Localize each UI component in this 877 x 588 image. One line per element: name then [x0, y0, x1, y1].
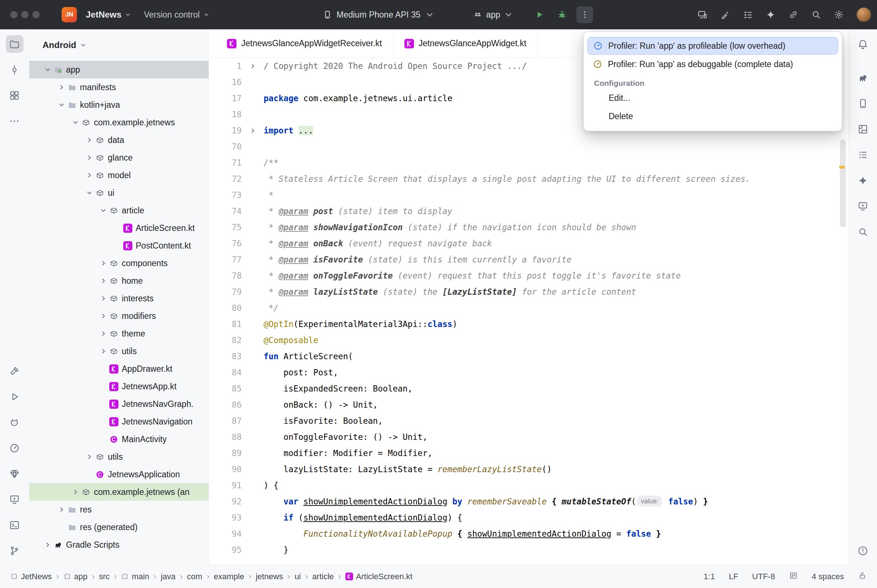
- tool-app-quality-insights-button[interactable]: [6, 465, 24, 482]
- line-number[interactable]: 72: [209, 171, 241, 187]
- tree-item-glance[interactable]: glance: [29, 149, 208, 166]
- line-number[interactable]: 88: [209, 429, 241, 445]
- code-line-77[interactable]: 77 * @param isFavorite (state) is this i…: [209, 252, 848, 268]
- fold-marker-icon[interactable]: [241, 58, 264, 74]
- code-line-82[interactable]: 82@Composable: [209, 332, 848, 348]
- tree-item-appdrawer-kt[interactable]: AppDrawer.kt: [29, 360, 208, 378]
- tree-expand-icon[interactable]: [56, 506, 67, 513]
- tree-item-gradle-scripts[interactable]: Gradle Scripts: [29, 536, 208, 554]
- breadcrumb-item-jetnews[interactable]: jetnews: [256, 572, 283, 581]
- tree-item-res[interactable]: res: [29, 501, 208, 518]
- line-number[interactable]: 79: [209, 284, 241, 300]
- search-button[interactable]: [809, 8, 823, 22]
- scrollbar-warning-mark[interactable]: [839, 166, 845, 169]
- tree-collapse-icon[interactable]: [42, 66, 54, 74]
- tool-find-button[interactable]: [854, 223, 871, 240]
- status-widget-4-spaces[interactable]: 4 spaces: [812, 572, 844, 581]
- tree-collapse-icon[interactable]: [97, 207, 109, 214]
- tree-item-jetnewsnavigation[interactable]: JetnewsNavigation: [29, 413, 208, 430]
- menu-item-edit[interactable]: Edit...: [588, 89, 838, 106]
- status-widget-lf[interactable]: LF: [729, 572, 738, 581]
- code-line-84[interactable]: 84 post: Post,: [209, 364, 848, 381]
- tree-item-com-example-jetnews-an[interactable]: com.example.jetnews (an: [29, 483, 208, 501]
- tree-expand-icon[interactable]: [84, 171, 95, 179]
- settings-button[interactable]: [832, 8, 846, 22]
- tree-item-utils[interactable]: utils: [29, 342, 208, 360]
- status-widget-1-1[interactable]: 1:1: [703, 572, 715, 581]
- tool-commit-button[interactable]: [6, 61, 24, 78]
- code-line-85[interactable]: 85 isExpandedScreen: Boolean,: [209, 381, 848, 397]
- tree-expand-icon[interactable]: [97, 312, 109, 320]
- line-number[interactable]: 92: [209, 494, 241, 510]
- editor-tab-jetnewsglanceappwidget-kt[interactable]: JetnewsGlanceAppWidget.kt: [393, 29, 538, 57]
- line-number[interactable]: 83: [209, 348, 241, 364]
- breadcrumb-item-articlescreen-kt[interactable]: ArticleScreen.kt: [345, 572, 412, 581]
- code-line-93[interactable]: 93 if (showUnimplementedActionDialog) {: [209, 510, 848, 526]
- tree-item-data[interactable]: data: [29, 131, 208, 149]
- device-selector[interactable]: Medium Phone API 35: [323, 0, 435, 29]
- code-line-86[interactable]: 86 onBack: () -> Unit,: [209, 397, 848, 413]
- fold-marker-icon[interactable]: [241, 123, 264, 139]
- tool-gemini-button[interactable]: [854, 171, 871, 189]
- line-number[interactable]: 94: [209, 526, 241, 542]
- tree-collapse-icon[interactable]: [70, 119, 81, 126]
- tree-item-res-generated[interactable]: res (generated): [29, 518, 208, 536]
- tool-project-button[interactable]: [6, 35, 24, 53]
- maximize-window-button[interactable]: [32, 11, 40, 18]
- code-line-72[interactable]: 72 * Stateless Article Screen that displ…: [209, 171, 848, 187]
- breadcrumb-item-app[interactable]: app: [63, 572, 88, 581]
- code-line-78[interactable]: 78 * @param onToggleFavorite (event) req…: [209, 268, 848, 284]
- tree-expand-icon[interactable]: [97, 260, 109, 267]
- tool-profiler-button[interactable]: [6, 439, 24, 457]
- line-number[interactable]: 1: [209, 58, 241, 74]
- tree-expand-icon[interactable]: [42, 541, 54, 548]
- close-window-button[interactable]: [10, 11, 18, 18]
- breadcrumb-item-example[interactable]: example: [214, 572, 244, 581]
- link-button[interactable]: [786, 8, 801, 22]
- line-number[interactable]: 85: [209, 381, 241, 397]
- tree-item-model[interactable]: model: [29, 166, 208, 184]
- line-number[interactable]: 84: [209, 364, 241, 381]
- editor-scrollbar[interactable]: [840, 139, 846, 227]
- menu-item-profiler-run-app-as-debuggable-complete-[interactable]: Profiler: Run 'app' as debuggable (compl…: [588, 56, 838, 73]
- code-area[interactable]: 1/ Copyright 2020 The Android Open Sourc…: [209, 58, 848, 564]
- breadcrumb-item-java[interactable]: java: [160, 572, 175, 581]
- code-line-79[interactable]: 79 * @param lazyListState (state) the [L…: [209, 284, 848, 300]
- code-line-83[interactable]: 83fun ArticleScreen(: [209, 348, 848, 364]
- tool-build-button[interactable]: [6, 362, 24, 380]
- line-number[interactable]: 81: [209, 316, 241, 332]
- breadcrumb-item-com[interactable]: com: [187, 572, 202, 581]
- line-number[interactable]: 82: [209, 332, 241, 348]
- tool-device-manager-button[interactable]: [854, 94, 871, 112]
- tree-item-theme[interactable]: theme: [29, 325, 208, 342]
- tree-item-manifests[interactable]: manifests: [29, 78, 208, 96]
- code-line-90[interactable]: 90 lazyListState: LazyListState = rememb…: [209, 461, 848, 477]
- tool-resource-manager-button[interactable]: [6, 87, 24, 104]
- tool-more-tools-button[interactable]: [6, 112, 24, 130]
- debug-button[interactable]: [554, 6, 571, 23]
- line-number[interactable]: 18: [209, 106, 241, 123]
- tree-item-postcontent-kt[interactable]: PostContent.kt: [29, 237, 208, 254]
- tree-expand-icon[interactable]: [97, 277, 109, 285]
- tree-expand-icon[interactable]: [70, 488, 81, 496]
- status-widget-editor-settings[interactable]: [789, 571, 798, 582]
- tree-expand-icon[interactable]: [97, 348, 109, 355]
- line-number[interactable]: 86: [209, 397, 241, 413]
- status-widget-lock-open[interactable]: [858, 571, 867, 582]
- tree-item-app[interactable]: app: [29, 61, 208, 78]
- breadcrumb-item-article[interactable]: article: [312, 572, 334, 581]
- line-number[interactable]: 16: [209, 74, 241, 90]
- code-line-91[interactable]: 91) {: [209, 477, 848, 494]
- code-line-88[interactable]: 88 onToggleFavorite: () -> Unit,: [209, 429, 848, 445]
- tree-item-home[interactable]: home: [29, 272, 208, 290]
- tree-item-articlescreen-kt[interactable]: ArticleScreen.kt: [29, 219, 208, 237]
- code-line-92[interactable]: 92 var showUnimplementedActionDialog by …: [209, 494, 848, 510]
- tree-item-com-example-jetnews[interactable]: com.example.jetnews: [29, 114, 208, 131]
- tree-item-utils[interactable]: utils: [29, 448, 208, 465]
- tool-version-control-button[interactable]: [6, 542, 24, 560]
- gemini-button[interactable]: [763, 8, 778, 22]
- tree-expand-icon[interactable]: [84, 453, 95, 460]
- line-number[interactable]: 75: [209, 219, 241, 236]
- code-line-80[interactable]: 80 */: [209, 300, 848, 316]
- tool-running-devices-button[interactable]: [854, 197, 871, 215]
